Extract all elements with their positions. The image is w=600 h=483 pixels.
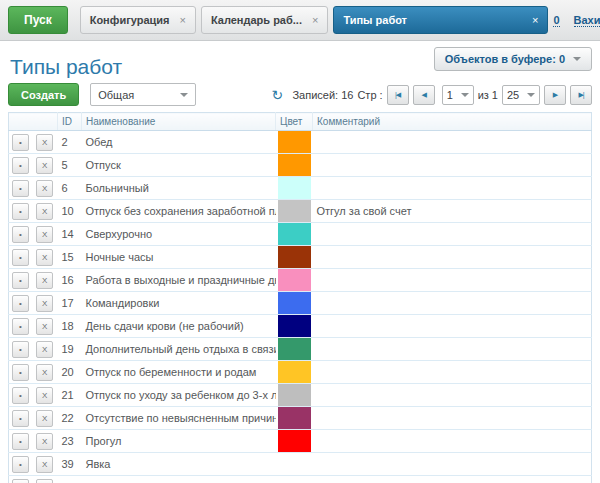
color-swatch [278, 476, 311, 483]
id-cell: 42 [58, 476, 82, 483]
actions-cell: • X [9, 177, 58, 200]
delete-button[interactable]: X [36, 341, 53, 358]
id-cell: 22 [58, 407, 82, 430]
color-cell [276, 338, 313, 361]
color-cell [276, 476, 313, 483]
delete-button[interactable]: X [36, 157, 53, 174]
delete-button[interactable]: X [36, 249, 53, 266]
delete-button[interactable]: X [36, 410, 53, 427]
table-row[interactable]: • X 20 Отпуск по беременности и родам [9, 361, 592, 384]
edit-button[interactable]: • [12, 433, 29, 450]
table-row[interactable]: • X 10 Отпуск без сохранения заработной … [9, 200, 592, 223]
table-row[interactable]: • X 22 Отсутствие по невыясненным причин… [9, 407, 592, 430]
table-row[interactable]: • X 18 День сдачи крови (не рабочий) [9, 315, 592, 338]
table-row[interactable]: • X 15 Ночные часы [9, 246, 592, 269]
edit-button[interactable]: • [12, 318, 29, 335]
color-swatch [278, 430, 311, 452]
table-row[interactable]: • X 42 Выходной [9, 476, 592, 483]
edit-button[interactable]: • [12, 410, 29, 427]
id-cell: 17 [58, 292, 82, 315]
edit-button[interactable]: • [12, 226, 29, 243]
last-page-button[interactable]: ▶| [570, 85, 592, 105]
edit-button[interactable]: • [12, 249, 29, 266]
table-row[interactable]: • X 16 Работа в выходные и праздничные д… [9, 269, 592, 292]
top-bar: Пуск Конфигурация × Календарь раб... × Т… [0, 0, 600, 41]
delete-button[interactable]: X [36, 272, 53, 289]
notifications-counter-link[interactable]: 0 [553, 14, 559, 27]
id-cell: 14 [58, 223, 82, 246]
delete-button[interactable]: X [36, 134, 53, 151]
edit-button[interactable]: • [12, 364, 29, 381]
table-row[interactable]: • X 19 Дополнительный день отдыха в связ… [9, 338, 592, 361]
buffer-button-label: Объектов в буфере: 0 [445, 53, 565, 65]
comment-cell [313, 246, 592, 269]
table-row[interactable]: • X 14 Сверхурочно [9, 223, 592, 246]
refresh-button[interactable]: ↻ [266, 85, 288, 105]
name-cell: Явка [82, 453, 276, 476]
delete-button[interactable]: X [36, 433, 53, 450]
color-swatch [278, 292, 311, 314]
close-icon[interactable]: × [180, 15, 186, 26]
close-icon[interactable]: × [532, 15, 538, 26]
edit-button[interactable]: • [12, 180, 29, 197]
actions-cell: • X [9, 200, 58, 223]
delete-button[interactable]: X [36, 203, 53, 220]
color-swatch [278, 154, 311, 176]
create-button[interactable]: Создать [8, 83, 79, 106]
edit-button[interactable]: • [12, 203, 29, 220]
edit-button[interactable]: • [12, 272, 29, 289]
tab-work-types[interactable]: Типы работ × [333, 6, 548, 34]
delete-button[interactable]: X [36, 387, 53, 404]
name-cell: Отсутствие по невыясненным причинам [82, 407, 276, 430]
color-cell [276, 177, 313, 200]
edit-button[interactable]: • [12, 479, 29, 483]
comment-cell [313, 223, 592, 246]
edit-button[interactable]: • [12, 387, 29, 404]
user-name-link[interactable]: Вахитов Шамиль Уралович [574, 14, 600, 27]
prev-page-button[interactable]: ◀ [413, 85, 435, 105]
delete-button[interactable]: X [36, 180, 53, 197]
page-number-combo[interactable]: 1 [442, 85, 474, 105]
start-button[interactable]: Пуск [8, 6, 68, 34]
chevron-down-icon [573, 57, 581, 61]
id-cell: 15 [58, 246, 82, 269]
color-cell [276, 269, 313, 292]
next-page-button[interactable]: ▶ [544, 85, 566, 105]
name-cell: Обед [82, 131, 276, 154]
delete-button[interactable]: X [36, 318, 53, 335]
first-page-button[interactable]: |◀ [387, 85, 409, 105]
delete-button[interactable]: X [36, 456, 53, 473]
tab-configuration[interactable]: Конфигурация × [80, 6, 196, 34]
delete-button[interactable]: X [36, 226, 53, 243]
color-cell [276, 407, 313, 430]
table-row[interactable]: • X 39 Явка [9, 453, 592, 476]
table-row[interactable]: • X 17 Командировки [9, 292, 592, 315]
tab-calendar[interactable]: Календарь раб... × [201, 6, 328, 34]
chevron-down-icon [527, 93, 535, 97]
table-row[interactable]: • X 2 Обед [9, 131, 592, 154]
table-row[interactable]: • X 21 Отпуск по уходу за ребенком до 3-… [9, 384, 592, 407]
page-size-value: 25 [507, 89, 519, 101]
edit-button[interactable]: • [12, 456, 29, 473]
delete-button[interactable]: X [36, 295, 53, 312]
next-page-icon: ▶ [553, 91, 557, 99]
buffer-button[interactable]: Объектов в буфере: 0 [434, 47, 592, 71]
id-cell: 2 [58, 131, 82, 154]
edit-button[interactable]: • [12, 295, 29, 312]
close-icon[interactable]: × [312, 15, 318, 26]
color-cell [276, 154, 313, 177]
filter-select[interactable]: Общая [90, 83, 196, 106]
id-cell: 16 [58, 269, 82, 292]
table-row[interactable]: • X 23 Прогул [9, 430, 592, 453]
table-row[interactable]: • X 6 Больничный [9, 177, 592, 200]
delete-button[interactable]: X [36, 479, 53, 483]
edit-button[interactable]: • [12, 157, 29, 174]
edit-button[interactable]: • [12, 341, 29, 358]
table-row[interactable]: • X 5 Отпуск [9, 154, 592, 177]
comment-cell [313, 292, 592, 315]
comment-cell [313, 407, 592, 430]
edit-button[interactable]: • [12, 134, 29, 151]
page-header: Типы работ Объектов в буфере: 0 [0, 41, 600, 79]
delete-button[interactable]: X [36, 364, 53, 381]
page-size-combo[interactable]: 25 [502, 85, 540, 105]
